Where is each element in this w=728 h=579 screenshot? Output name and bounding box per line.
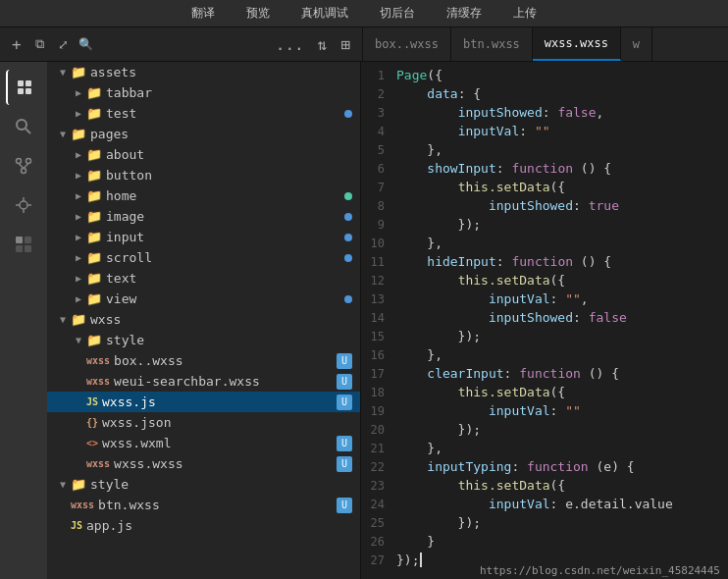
- tree-item-pages[interactable]: ▼ 📁 pages: [47, 124, 360, 144]
- home-badge: [344, 192, 352, 200]
- status-url: https://blog.csdn.net/weixin_45824445: [480, 564, 720, 577]
- tree-item-tabbar[interactable]: ▶ 📁 tabbar: [47, 82, 360, 103]
- svg-point-4: [17, 120, 26, 130]
- explorer-icon[interactable]: [6, 70, 41, 105]
- status-bar: https://blog.csdn.net/weixin_45824445: [472, 562, 728, 579]
- split-button[interactable]: ⊞: [337, 33, 354, 56]
- search-activity-icon[interactable]: [6, 109, 41, 144]
- file-icon-json: {}: [86, 417, 98, 428]
- code-line-3: 3 inputShowed: false,: [361, 103, 728, 122]
- input-badge: [344, 234, 352, 241]
- code-line-19: 19 inputVal: "": [361, 401, 728, 420]
- expand-arrow-view: ▶: [71, 293, 86, 304]
- tree-item-text[interactable]: ▶ 📁 text: [47, 268, 360, 289]
- tree-item-style-root[interactable]: ▼ 📁 style: [47, 474, 360, 495]
- sort-button[interactable]: ⇅: [314, 33, 332, 56]
- code-line-1: 1 Page({: [361, 66, 728, 84]
- code-line-6: 6 showInput: function () {: [361, 159, 728, 178]
- image-badge: [344, 213, 352, 221]
- svg-point-7: [26, 159, 31, 164]
- code-line-23: 23 this.setData({: [361, 476, 728, 495]
- code-line-18: 18 this.setData({: [361, 383, 728, 401]
- folder-icon-pages: 📁: [71, 127, 86, 141]
- extensions-icon[interactable]: [6, 227, 41, 262]
- tree-item-btn-wxss[interactable]: wxss btn.wxss U: [47, 495, 360, 515]
- debug-icon[interactable]: [6, 187, 41, 223]
- code-line-22: 22 inputTyping: function (e) {: [361, 457, 728, 476]
- window-icon[interactable]: ⧉: [31, 34, 48, 54]
- folder-icon-style-root: 📁: [71, 477, 86, 492]
- menu-upload[interactable]: 上传: [509, 3, 541, 24]
- new-tab-button[interactable]: +: [8, 33, 26, 56]
- folder-icon-scroll: 📁: [86, 250, 102, 265]
- tab-wxss-wxss[interactable]: wxss.wxss: [533, 27, 621, 61]
- tab-bar-right: box..wxss btn.wxss wxss.wxss w: [363, 27, 728, 61]
- menu-clear-cache[interactable]: 清缓存: [442, 3, 486, 24]
- scroll-badge: [344, 254, 352, 262]
- badge-wxss-wxss: U: [337, 456, 352, 472]
- tree-item-test[interactable]: ▶ 📁 test: [47, 103, 360, 124]
- tab-box-wxss[interactable]: box..wxss: [363, 27, 451, 61]
- tree-item-box-wxss[interactable]: wxss box..wxss U: [47, 350, 360, 371]
- activity-bar: [0, 62, 47, 579]
- file-icon-btn-wxss: wxss: [71, 500, 94, 510]
- svg-line-10: [24, 164, 28, 169]
- menu-background[interactable]: 切后台: [376, 3, 419, 24]
- menu-translate[interactable]: 翻译: [187, 3, 219, 24]
- file-icon-wxss2: wxss: [86, 458, 110, 469]
- svg-rect-1: [26, 80, 31, 86]
- tree-item-app-js[interactable]: JS app.js: [47, 515, 360, 536]
- tree-item-assets[interactable]: ▼ 📁 assets: [47, 62, 360, 82]
- tree-item-home[interactable]: ▶ 📁 home: [47, 185, 360, 206]
- ellipsis-button[interactable]: ...: [272, 33, 308, 56]
- menu-preview[interactable]: 预览: [242, 3, 274, 24]
- tree-item-view[interactable]: ▶ 📁 view: [47, 289, 360, 309]
- badge-box-wxss: U: [337, 353, 352, 369]
- expand-arrow-button: ▶: [71, 170, 86, 181]
- tree-item-scroll[interactable]: ▶ 📁 scroll: [47, 247, 360, 268]
- expand-arrow-image: ▶: [71, 211, 86, 222]
- tree-item-wxss-folder[interactable]: ▼ 📁 wxss: [47, 309, 360, 330]
- code-line-17: 17 clearInput: function () {: [361, 364, 728, 383]
- tree-item-wxss-wxss[interactable]: wxss wxss.wxss U: [47, 453, 360, 474]
- tab-w[interactable]: w: [621, 27, 652, 61]
- svg-line-5: [26, 129, 30, 133]
- file-tree: ▼ 📁 assets ▶ 📁 tabbar ▶ 📁 test ▼ 📁 pages: [47, 62, 361, 579]
- badge-wxss-wxml: U: [337, 436, 352, 451]
- code-line-21: 21 },: [361, 439, 728, 457]
- tree-item-style[interactable]: ▼ 📁 style: [47, 330, 360, 350]
- file-icon-wxml: <>: [86, 438, 98, 448]
- tree-item-weui-wxss[interactable]: wxss weui-searchbar.wxss U: [47, 371, 360, 392]
- main-layout: ▼ 📁 assets ▶ 📁 tabbar ▶ 📁 test ▼ 📁 pages: [0, 62, 728, 579]
- tree-item-wxss-json[interactable]: {} wxss.json: [47, 412, 360, 433]
- code-editor[interactable]: 1 Page({ 2 data: { 3 inputShowed: false,…: [361, 62, 728, 579]
- tree-item-wxss-js[interactable]: JS wxss.js U: [47, 392, 360, 412]
- folder-icon-home: 📁: [86, 188, 102, 203]
- folder-icon-assets: 📁: [71, 65, 86, 79]
- code-line-20: 20 });: [361, 420, 728, 439]
- svg-rect-17: [25, 237, 31, 243]
- search-icon: 🔍: [78, 37, 93, 51]
- code-line-5: 5 },: [361, 140, 728, 159]
- svg-rect-18: [16, 245, 23, 252]
- tree-item-button[interactable]: ▶ 📁 button: [47, 165, 360, 185]
- expand-arrow-scroll: ▶: [71, 252, 86, 263]
- code-line-13: 13 inputVal: "",: [361, 290, 728, 308]
- folder-icon-tabbar: 📁: [86, 85, 102, 100]
- source-control-icon[interactable]: [6, 148, 41, 184]
- expand-icon[interactable]: ⤢: [54, 35, 73, 54]
- tree-item-image[interactable]: ▶ 📁 image: [47, 206, 360, 227]
- tab-btn-wxss[interactable]: btn.wxss: [451, 27, 533, 61]
- folder-icon-about: 📁: [86, 147, 102, 162]
- folder-icon-button: 📁: [86, 168, 102, 183]
- tree-item-about[interactable]: ▶ 📁 about: [47, 144, 360, 165]
- svg-rect-16: [16, 237, 23, 243]
- tree-item-input[interactable]: ▶ 📁 input: [47, 227, 360, 247]
- tree-item-wxss-wxml[interactable]: <> wxss.wxml U: [47, 433, 360, 453]
- view-badge: [344, 295, 352, 303]
- folder-icon-wxss: 📁: [71, 312, 86, 327]
- code-line-26: 26 }: [361, 532, 728, 551]
- menu-device-debug[interactable]: 真机调试: [297, 3, 352, 24]
- svg-rect-19: [25, 245, 31, 252]
- code-line-8: 8 inputShowed: true: [361, 196, 728, 215]
